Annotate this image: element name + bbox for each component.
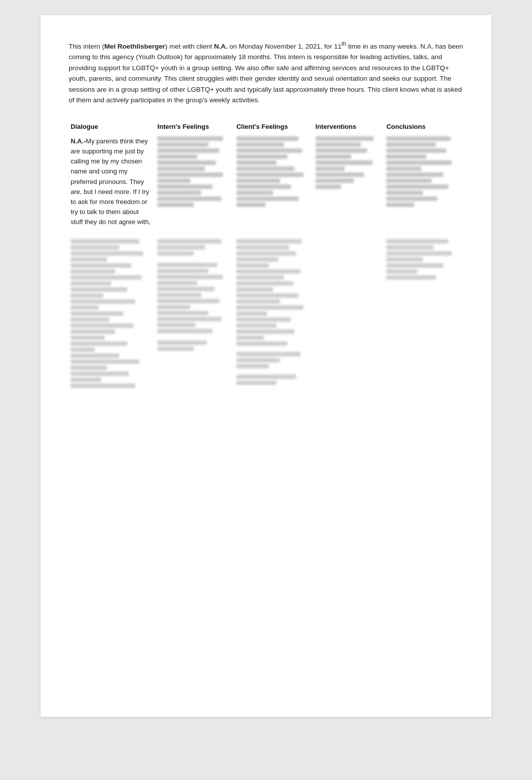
client-feelings-cell-2: [234, 237, 314, 390]
client-name: N.A.: [214, 43, 227, 50]
header-client-feelings: Client's Feelings: [234, 120, 314, 134]
dialogue-cell-2: [69, 237, 155, 390]
intro-text-part3: on Monday November 1, 2021, for 11: [227, 43, 341, 50]
superscript: th: [342, 41, 346, 47]
document-page: This intern (Mel Roethlisberger) met wit…: [41, 15, 491, 717]
intro-paragraph: This intern (Mel Roethlisberger) met wit…: [69, 39, 463, 106]
intro-text-part2: ) met with client: [165, 43, 214, 50]
header-dialogue: Dialogue: [69, 120, 155, 134]
intern-feelings-blurred: [157, 136, 230, 207]
conclusions-cell-2: [384, 237, 463, 390]
intro-text-part1: This intern (: [69, 43, 104, 50]
table-row: [69, 237, 463, 390]
header-intern-feelings: Intern's Feelings: [155, 120, 234, 134]
session-table: Dialogue Intern's Feelings Client's Feel…: [69, 120, 463, 390]
interventions-cell: [314, 134, 385, 229]
client-feelings-blurred: [236, 136, 310, 207]
header-interventions: Interventions: [314, 120, 385, 134]
conclusions-cell: [384, 134, 463, 229]
header-conclusions: Conclusions: [384, 120, 463, 134]
dialogue-cell: N.A.-My parents think they are supportin…: [69, 134, 155, 229]
intern-feelings-cell: [155, 134, 234, 229]
intro-text-part4: time in as many weeks. N.A. has been com…: [69, 43, 463, 104]
table-row: N.A.-My parents think they are supportin…: [69, 134, 463, 229]
spacer-row: [69, 229, 463, 237]
conclusions-blurred: [386, 136, 459, 207]
intern-name: Mel Roethlisberger: [104, 43, 165, 50]
interventions-cell-2: [314, 237, 385, 390]
intern-feelings-cell-2: [155, 237, 234, 390]
dialogue-text: N.A.-My parents think they are supportin…: [71, 136, 151, 227]
interventions-blurred: [316, 136, 381, 189]
client-feelings-cell: [234, 134, 314, 229]
